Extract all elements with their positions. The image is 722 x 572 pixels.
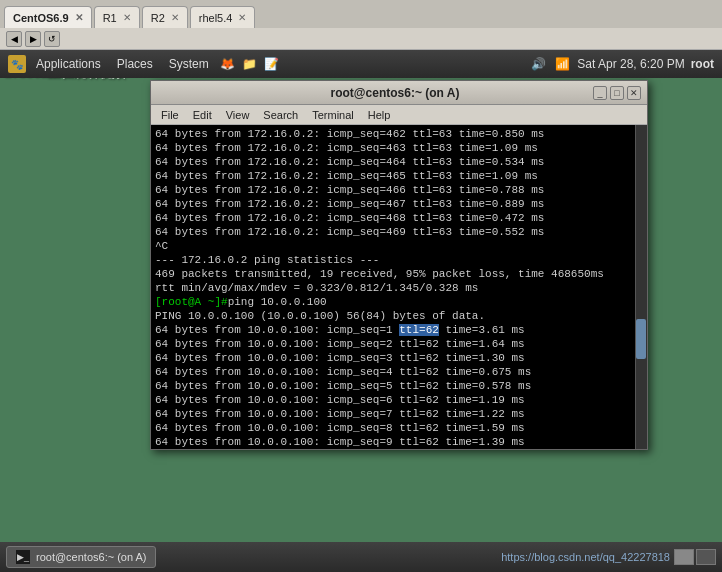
gnome-panel: 🐾 Applications Places System 🦊 📁 📝 🔊 📶 S… — [0, 50, 722, 78]
tab-r2[interactable]: R2 ✕ — [142, 6, 188, 28]
reload-button[interactable]: ↺ — [44, 31, 60, 47]
terminal-scrollbar[interactable] — [635, 125, 647, 449]
terminal-titlebar: root@centos6:~ (on A) _ □ ✕ — [151, 81, 647, 105]
system-menu[interactable]: System — [163, 55, 215, 73]
places-menu[interactable]: Places — [111, 55, 159, 73]
close-button[interactable]: ✕ — [627, 86, 641, 100]
terminal-terminal-menu[interactable]: Terminal — [306, 108, 360, 122]
terminal-content[interactable]: 64 bytes from 172.16.0.2: icmp_seq=462 t… — [151, 125, 647, 449]
taskbar-url: https://blog.csdn.net/qq_42227818 — [501, 551, 670, 563]
applications-menu[interactable]: Applications — [30, 55, 107, 73]
tab-rhel54[interactable]: rhel5.4 ✕ — [190, 6, 256, 28]
panel-clock: Sat Apr 28, 6:20 PM — [577, 57, 684, 71]
taskbar-left: ▶_ root@centos6:~ (on A) — [6, 546, 156, 568]
taskbar-right: https://blog.csdn.net/qq_42227818 — [501, 549, 716, 565]
terminal-view-menu[interactable]: View — [220, 108, 256, 122]
browser-toolbar: ◀ ▶ ↺ — [0, 28, 722, 50]
terminal-controls: _ □ ✕ — [593, 86, 641, 100]
terminal-title: root@centos6:~ (on A) — [197, 86, 593, 100]
back-button[interactable]: ◀ — [6, 31, 22, 47]
pager-box-2[interactable] — [696, 549, 716, 565]
terminal-output: 64 bytes from 172.16.0.2: icmp_seq=462 t… — [155, 127, 643, 449]
terminal-edit-menu[interactable]: Edit — [187, 108, 218, 122]
panel-icon-2: 📁 — [241, 55, 259, 73]
firefox-icon[interactable]: 🦊 — [219, 55, 237, 73]
forward-button[interactable]: ▶ — [25, 31, 41, 47]
terminal-search-menu[interactable]: Search — [257, 108, 304, 122]
maximize-button[interactable]: □ — [610, 86, 624, 100]
terminal-file-menu[interactable]: File — [155, 108, 185, 122]
terminal-window: root@centos6:~ (on A) _ □ ✕ File Edit Vi… — [150, 80, 648, 450]
gnome-foot-icon: 🐾 — [8, 55, 26, 73]
terminal-taskbar-icon: ▶_ — [15, 549, 31, 565]
scrollbar-thumb[interactable] — [636, 319, 646, 359]
browser-tabs: CentOS6.9 ✕ R1 ✕ R2 ✕ rhel5.4 ✕ — [0, 0, 722, 28]
panel-icon-3: 📝 — [263, 55, 281, 73]
tab-close-rhel54[interactable]: ✕ — [238, 12, 246, 23]
tab-r1[interactable]: R1 ✕ — [94, 6, 140, 28]
tab-close-r2[interactable]: ✕ — [171, 12, 179, 23]
taskbar: ▶_ root@centos6:~ (on A) https://blog.cs… — [0, 542, 722, 572]
taskbar-terminal-label: root@centos6:~ (on A) — [36, 551, 147, 563]
pager-box-1[interactable] — [674, 549, 694, 565]
tab-close-centos69[interactable]: ✕ — [75, 12, 83, 23]
terminal-help-menu[interactable]: Help — [362, 108, 397, 122]
panel-username: root — [691, 57, 714, 71]
taskbar-terminal-item[interactable]: ▶_ root@centos6:~ (on A) — [6, 546, 156, 568]
minimize-button[interactable]: _ — [593, 86, 607, 100]
volume-icon[interactable]: 🔊 — [529, 55, 547, 73]
tab-centos69[interactable]: CentOS6.9 ✕ — [4, 6, 92, 28]
network-icon: 📶 — [553, 55, 571, 73]
panel-left: 🐾 Applications Places System 🦊 📁 📝 — [8, 55, 281, 73]
tab-close-r1[interactable]: ✕ — [123, 12, 131, 23]
terminal-menubar: File Edit View Search Terminal Help — [151, 105, 647, 125]
desktop: 🐾 Applications Places System 🦊 📁 📝 🔊 📶 S… — [0, 50, 722, 572]
taskbar-pager — [674, 549, 716, 565]
panel-right: 🔊 📶 Sat Apr 28, 6:20 PM root — [529, 55, 714, 73]
browser-chrome: CentOS6.9 ✕ R1 ✕ R2 ✕ rhel5.4 ✕ ◀ ▶ ↺ — [0, 0, 722, 50]
